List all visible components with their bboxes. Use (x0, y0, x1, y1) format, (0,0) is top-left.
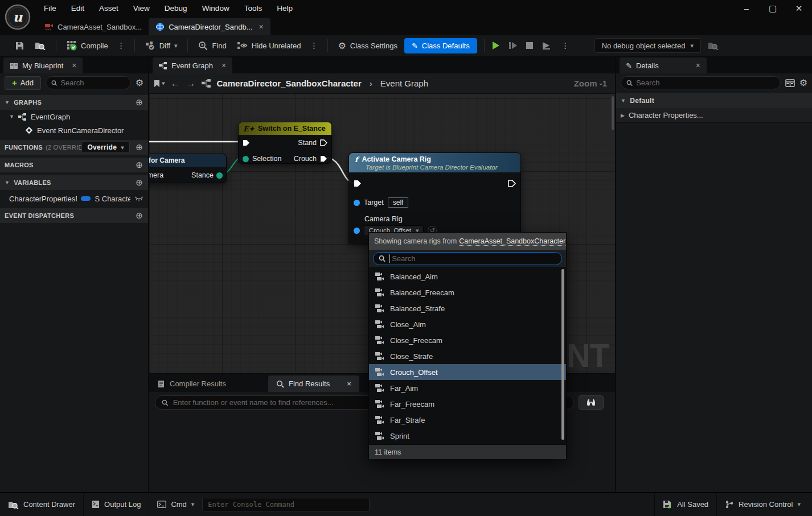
camera-rig-item[interactable]: Far_Strafe (369, 412, 566, 428)
camera-asset-link[interactable]: CameraAsset_SandboxCharacter (459, 237, 565, 246)
add-function-icon[interactable]: ⊕ (136, 142, 143, 152)
section-functions[interactable]: FUNCTIONS (2 OVERRIDA Override ▾ ⊕ (0, 140, 148, 155)
menu-window[interactable]: Window (195, 0, 237, 17)
stop-button[interactable] (526, 42, 534, 49)
frame-skip-button[interactable] (508, 41, 518, 50)
compile-button[interactable]: Compile (63, 38, 112, 53)
graph-vertical-scrollbar[interactable] (612, 96, 614, 130)
camera-rig-item[interactable]: Far_Freecam (369, 396, 566, 412)
menu-debug[interactable]: Debug (157, 0, 195, 17)
section-event-dispatchers[interactable]: EVENT DISPATCHERS ⊕ (0, 208, 148, 223)
crouch-exec-out-pin[interactable] (320, 155, 327, 162)
tab-my-blueprint[interactable]: My Blueprint × (3, 57, 83, 73)
tree-item-eventgraph[interactable]: ▼ EventGraph (0, 110, 148, 123)
override-dropdown[interactable]: Override ▾ (81, 142, 130, 153)
back-arrow-icon[interactable]: ← (171, 78, 181, 89)
compile-options-icon[interactable]: ⋮ (115, 40, 128, 51)
tab-find-results[interactable]: Find Results × (268, 375, 359, 392)
tab-camera-asset[interactable]: CameraAsset_Sandbox... (38, 18, 149, 35)
minimize-button[interactable]: – (733, 0, 760, 17)
menu-tools[interactable]: Tools (237, 0, 270, 17)
tab-close-icon[interactable]: × (222, 61, 226, 70)
rig-list-scrollbar[interactable] (561, 269, 564, 440)
debug-object-select[interactable]: No debug object selected ▾ (594, 38, 701, 53)
menu-file[interactable]: File (36, 0, 64, 17)
class-settings-button[interactable]: ⚙ Class Settings (335, 38, 401, 53)
bookmark-icon[interactable]: ▾ (154, 80, 165, 88)
node-header[interactable]: E✦ Switch on E_Stance (239, 122, 331, 135)
add-button[interactable]: + Add (5, 76, 41, 90)
breadcrumb-root[interactable]: CameraDirector_SandboxCharacter (217, 79, 362, 88)
target-self-value[interactable]: self (388, 197, 409, 208)
exec-out-pin[interactable] (508, 180, 516, 187)
caret-down-icon[interactable]: ▼ (9, 114, 14, 119)
tab-details[interactable]: ✎ Details × (620, 57, 707, 73)
stand-exec-out-pin[interactable] (320, 139, 327, 146)
exec-in-pin[interactable] (354, 180, 362, 187)
tab-event-graph[interactable]: Event Graph × (153, 57, 232, 73)
hide-unrelated-options-icon[interactable]: ⋮ (308, 40, 321, 51)
visibility-eye-icon[interactable] (134, 196, 143, 201)
details-settings-gear-icon[interactable]: ⚙ (799, 77, 807, 88)
blueprint-search[interactable] (46, 76, 131, 89)
target-input-pin[interactable] (354, 200, 360, 206)
play-options-icon[interactable]: ⋮ (559, 40, 572, 51)
section-variables[interactable]: ▼ VARIABLES ⊕ (0, 175, 148, 190)
section-graphs[interactable]: ▼ GRAPHS ⊕ (0, 95, 148, 110)
display-filter-icon[interactable] (785, 79, 795, 87)
rig-search-input[interactable] (389, 254, 556, 263)
node-camera-properties[interactable]: ties for Camera r Camera Stance (149, 154, 227, 183)
menu-asset[interactable]: Asset (92, 0, 126, 17)
camera-rig-item[interactable]: Close_Aim (369, 316, 566, 332)
tab-close-icon[interactable]: × (696, 61, 700, 70)
camera-rig-item[interactable]: Far_Aim (369, 380, 566, 396)
all-saved-status[interactable]: All Saved (655, 493, 716, 516)
tab-close-icon[interactable]: × (259, 22, 264, 31)
add-graph-icon[interactable]: ⊕ (136, 97, 143, 108)
menu-view[interactable]: View (126, 0, 157, 17)
add-variable-icon[interactable]: ⊕ (136, 177, 143, 188)
stance-output-pin[interactable] (216, 172, 223, 179)
save-button[interactable] (11, 39, 28, 53)
tab-camera-director[interactable]: CameraDirector_Sandb... × (149, 18, 270, 35)
revision-control-button[interactable]: Revision Control ▾ (717, 493, 812, 516)
details-search[interactable] (621, 76, 781, 89)
maximize-button[interactable]: ▢ (760, 0, 786, 17)
play-button[interactable] (491, 41, 501, 50)
caret-right-icon[interactable]: ▶ (621, 113, 625, 118)
camera-rig-item[interactable]: Balanced_Strafe (369, 300, 566, 316)
node-header[interactable]: f Activate Camera Rig Target is Blueprin… (349, 153, 520, 172)
class-defaults-button[interactable]: ✎ Class Defaults (404, 38, 477, 53)
camera-rig-item[interactable]: Close_Strafe (369, 348, 566, 364)
hide-unrelated-button[interactable]: Hide Unrelated (233, 39, 305, 52)
panel-settings-gear-icon[interactable]: ⚙ (136, 77, 143, 88)
tab-close-icon[interactable]: × (72, 61, 76, 70)
camera-rig-item[interactable]: Crouch_Offset (369, 364, 566, 380)
console-command-input[interactable] (202, 498, 370, 511)
section-macros[interactable]: MACROS ⊕ (0, 158, 148, 172)
output-log-button[interactable]: Output Log (84, 493, 149, 516)
row-character-properties[interactable]: ▶ Character Properties... (616, 108, 812, 123)
close-button[interactable]: ✕ (786, 0, 812, 17)
forward-arrow-icon[interactable]: → (186, 78, 196, 89)
menu-edit[interactable]: Edit (64, 0, 92, 17)
rig-search[interactable] (373, 252, 562, 265)
tab-compiler-results[interactable]: Compiler Results (149, 375, 234, 392)
cmd-dropdown[interactable]: Cmd ▾ (149, 493, 202, 516)
node-activate-camera-rig[interactable]: f Activate Camera Rig Target is Blueprin… (348, 152, 521, 243)
tree-item-variable[interactable]: CharacterPropertiesF S Characte (0, 192, 148, 205)
tree-item-event-runcameradirector[interactable]: Event RunCameraDirector (0, 123, 148, 137)
find-button[interactable]: Find (195, 39, 229, 53)
browse-to-asset-button[interactable] (31, 39, 49, 52)
camera-rig-item[interactable]: Balanced_Freecam (369, 284, 566, 300)
details-search-input[interactable] (636, 79, 774, 87)
content-drawer-button[interactable]: Content Drawer (0, 493, 83, 516)
node-switch-on-estance[interactable]: E✦ Switch on E_Stance Stand Select (238, 122, 332, 164)
camera-rig-item[interactable]: Balanced_Aim (369, 269, 566, 284)
find-in-blueprints-button[interactable] (579, 395, 604, 410)
diff-button[interactable]: Diff ▾ (142, 39, 181, 52)
selection-input-pin[interactable] (243, 156, 249, 162)
camera-rig-item[interactable]: Sprint (369, 428, 566, 444)
section-default[interactable]: ▼ Default (616, 93, 812, 108)
camera-rig-item[interactable]: Close_Freecam (369, 332, 566, 348)
